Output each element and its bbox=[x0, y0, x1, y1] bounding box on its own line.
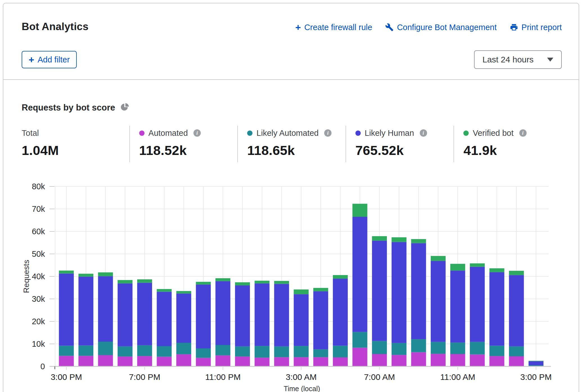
stats-row: Total 1.04M Automated i 118.52k Likely A… bbox=[22, 126, 562, 162]
plus-icon: + bbox=[295, 22, 301, 32]
pie-chart-icon bbox=[121, 103, 129, 112]
likely-automated-legend-dot bbox=[247, 130, 252, 136]
info-icon[interactable]: i bbox=[420, 129, 427, 137]
chevron-down-icon bbox=[547, 58, 553, 62]
configure-bot-management-label: Configure Bot Management bbox=[397, 23, 497, 32]
configure-bot-management-link[interactable]: Configure Bot Management bbox=[385, 23, 497, 32]
add-filter-button[interactable]: + Add filter bbox=[22, 51, 77, 68]
print-report-link[interactable]: Print report bbox=[510, 23, 562, 32]
svg-text:60k: 60k bbox=[32, 227, 45, 236]
requests-by-bot-score-chart[interactable]: 010k20k30k40k50k60k70k80k3:00 PM7:00 PM1… bbox=[0, 174, 582, 392]
likely-human-legend-dot bbox=[355, 130, 361, 136]
stat-verified-bot-value: 41.9k bbox=[463, 143, 562, 158]
svg-text:11:00 PM: 11:00 PM bbox=[205, 372, 241, 382]
stat-total: Total 1.04M bbox=[22, 126, 129, 162]
svg-text:80k: 80k bbox=[32, 182, 45, 191]
automated-legend-dot bbox=[139, 130, 145, 136]
svg-text:3:00 PM: 3:00 PM bbox=[51, 372, 82, 382]
add-filter-label: Add filter bbox=[38, 55, 70, 64]
stat-automated-value: 118.52k bbox=[139, 143, 238, 158]
stat-total-label: Total bbox=[22, 129, 39, 138]
info-icon[interactable]: i bbox=[324, 129, 331, 137]
plus-icon: + bbox=[29, 55, 34, 64]
svg-text:3:00 PM: 3:00 PM bbox=[520, 372, 552, 382]
wrench-icon bbox=[385, 23, 394, 31]
time-range-dropdown[interactable]: Last 24 hours bbox=[474, 50, 562, 69]
stat-likely-human-value: 765.52k bbox=[355, 143, 454, 158]
header-section: Bot Analytics + Create firewall rule Con… bbox=[3, 3, 579, 80]
svg-text:70k: 70k bbox=[32, 204, 45, 213]
stat-likely-human: Likely Human i 765.52k bbox=[346, 126, 454, 162]
svg-text:30k: 30k bbox=[32, 294, 45, 303]
verified-bot-legend-dot bbox=[463, 130, 469, 136]
svg-text:3:00 AM: 3:00 AM bbox=[286, 372, 317, 382]
svg-text:20k: 20k bbox=[32, 317, 45, 326]
stat-verified-bot-label: Verified bot bbox=[473, 129, 513, 138]
create-firewall-rule-label: Create firewall rule bbox=[304, 23, 372, 32]
svg-text:7:00 AM: 7:00 AM bbox=[364, 372, 395, 382]
time-range-value: Last 24 hours bbox=[482, 55, 544, 64]
info-icon[interactable]: i bbox=[193, 129, 201, 137]
stat-likely-automated-label: Likely Automated bbox=[256, 129, 319, 138]
info-icon[interactable]: i bbox=[519, 129, 527, 137]
svg-text:7:00 PM: 7:00 PM bbox=[129, 372, 161, 382]
section-title: Requests by bot score bbox=[22, 103, 115, 113]
page-title: Bot Analytics bbox=[22, 21, 89, 33]
section-title-row: Requests by bot score bbox=[22, 103, 129, 113]
header-actions: + Create firewall rule Configure Bot Man… bbox=[295, 22, 562, 32]
stat-verified-bot: Verified bot i 41.9k bbox=[454, 126, 562, 162]
printer-icon bbox=[510, 23, 518, 31]
stat-automated: Automated i 118.52k bbox=[129, 126, 238, 162]
svg-text:40k: 40k bbox=[32, 272, 45, 281]
svg-text:Time (local): Time (local) bbox=[284, 385, 320, 392]
svg-text:Requests: Requests bbox=[22, 260, 31, 293]
create-firewall-rule-link[interactable]: + Create firewall rule bbox=[295, 22, 372, 32]
stat-likely-human-label: Likely Human bbox=[365, 129, 414, 138]
stat-total-value: 1.04M bbox=[22, 143, 129, 158]
stat-likely-automated-value: 118.65k bbox=[247, 143, 346, 158]
print-report-label: Print report bbox=[522, 23, 562, 32]
svg-text:11:00 AM: 11:00 AM bbox=[440, 372, 475, 382]
svg-text:50k: 50k bbox=[32, 249, 45, 258]
svg-text:0: 0 bbox=[40, 362, 45, 371]
stat-likely-automated: Likely Automated i 118.65k bbox=[237, 126, 346, 162]
stat-automated-label: Automated bbox=[148, 129, 188, 138]
svg-text:10k: 10k bbox=[32, 339, 45, 348]
